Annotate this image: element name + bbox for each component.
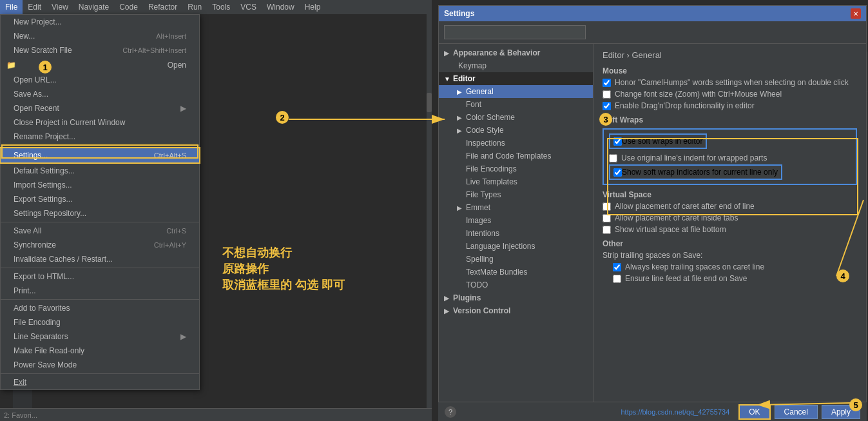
tree-inspections[interactable]: Inspections: [439, 137, 593, 150]
font-zoom-checkbox[interactable]: [603, 90, 611, 99]
menu-run[interactable]: Run: [182, 0, 207, 14]
tree-emmet[interactable]: ▶ Emmet: [439, 201, 593, 214]
settings-footer: ? https://blog.csdn.net/qq_42755734 OK C…: [438, 402, 867, 421]
settings-titlebar: Settings ✕: [439, 6, 866, 21]
menu-export-html[interactable]: Export to HTML...: [1, 269, 199, 284]
menu-save-all[interactable]: Save All Ctrl+S: [1, 224, 199, 238]
menu-new[interactable]: New... Alt+Insert: [1, 29, 199, 43]
menu-print[interactable]: Print...: [1, 284, 199, 298]
menu-code[interactable]: Code: [114, 0, 143, 14]
menu-synchronize[interactable]: Synchronize Ctrl+Alt+Y: [1, 238, 199, 252]
menu-vcs[interactable]: VCS: [235, 0, 262, 14]
settings-search-area: [439, 21, 866, 44]
tree-live-templates[interactable]: Live Templates: [439, 175, 593, 188]
settings-tree: ▶ Appearance & Behavior Keymap ▼ Editor …: [439, 44, 593, 407]
separator-3: [1, 268, 199, 268]
menu-rename-project[interactable]: Rename Project...: [1, 130, 199, 144]
close-button[interactable]: ✕: [851, 8, 861, 19]
separator-4: [1, 299, 199, 300]
menu-file-encoding[interactable]: File Encoding: [1, 315, 199, 329]
caret-end-checkbox[interactable]: [603, 202, 611, 211]
separator-1: [1, 145, 199, 146]
tree-language-injections[interactable]: Language Injections: [439, 240, 593, 253]
menu-close-project[interactable]: Close Project in Current Window: [1, 115, 199, 130]
tree-intentions[interactable]: Intentions: [439, 227, 593, 240]
settings-breadcrumb: Editor › General: [603, 50, 857, 60]
cancel-button[interactable]: Cancel: [775, 405, 818, 419]
original-indent-checkbox[interactable]: [609, 154, 617, 162]
tree-keymap[interactable]: Keymap: [439, 59, 593, 72]
virtual-space-bottom-checkbox[interactable]: [603, 226, 611, 234]
menu-invalidate-caches[interactable]: Invalidate Caches / Restart...: [1, 252, 199, 266]
menu-tools[interactable]: Tools: [207, 0, 235, 14]
menu-open-recent[interactable]: Open Recent ▶: [1, 101, 199, 115]
menu-save-as[interactable]: Save As...: [1, 87, 199, 101]
tree-code-style[interactable]: ▶ Code Style: [439, 124, 593, 137]
menu-new-scratch[interactable]: New Scratch File Ctrl+Alt+Shift+Insert: [1, 43, 199, 57]
status-bar: 2: Favori...: [0, 408, 432, 421]
keep-trailing-checkbox[interactable]: [613, 263, 621, 271]
folder-icon: 📁: [6, 60, 16, 70]
menu-new-project[interactable]: New Project...: [1, 15, 199, 29]
virtual-space-section-title: Virtual Space: [603, 190, 857, 199]
ok-button[interactable]: OK: [738, 404, 770, 420]
menu-window[interactable]: Window: [262, 0, 300, 14]
checkbox-camel-humps: Honor "CamelHumps" words settings when s…: [603, 78, 857, 87]
menu-default-settings[interactable]: Default Settings...: [1, 164, 199, 178]
caret-tabs-checkbox[interactable]: [603, 214, 611, 222]
tree-file-code-templates[interactable]: File and Code Templates: [439, 150, 593, 162]
show-wrap-indicators-checkbox[interactable]: [613, 168, 622, 177]
settings-content: Editor › General Mouse Honor "CamelHumps…: [593, 44, 866, 407]
blog-url: https://blog.csdn.net/qq_42755734: [621, 408, 729, 416]
tree-appearance[interactable]: ▶ Appearance & Behavior: [439, 46, 593, 59]
tree-font[interactable]: Font: [439, 98, 593, 111]
tree-spelling[interactable]: Spelling: [439, 253, 593, 266]
menu-help[interactable]: Help: [300, 0, 326, 14]
menu-edit[interactable]: Edit: [23, 0, 46, 14]
annotation-5: 5: [849, 398, 862, 411]
help-button[interactable]: ?: [445, 406, 456, 418]
use-soft-wraps-checkbox[interactable]: [613, 137, 622, 146]
menu-file[interactable]: File: [0, 0, 23, 14]
menu-add-favorites[interactable]: Add to Favorites: [1, 301, 199, 315]
checkbox-dnd: Enable Drag'n'Drop functionality in edit…: [603, 101, 857, 110]
menu-make-read-only[interactable]: Make File Read-only: [1, 344, 199, 358]
favorites-status: 2: Favori...: [4, 411, 37, 419]
menu-power-save[interactable]: Power Save Mode: [1, 358, 199, 372]
tree-textmate[interactable]: TextMate Bundles: [439, 266, 593, 279]
menu-exit[interactable]: Exit: [1, 375, 199, 389]
dnd-checkbox[interactable]: [603, 102, 611, 110]
tree-file-encodings[interactable]: File Encodings: [439, 162, 593, 175]
menu-view[interactable]: View: [46, 0, 73, 14]
tree-general[interactable]: ▶ General: [439, 85, 593, 98]
mouse-section-title: Mouse: [603, 66, 857, 75]
camel-humps-checkbox[interactable]: [603, 79, 611, 87]
tree-version-control[interactable]: ▶ Version Control: [439, 304, 593, 317]
menu-settings[interactable]: Settings... Ctrl+Alt+S: [0, 147, 200, 164]
tree-plugins[interactable]: ▶ Plugins: [439, 291, 593, 304]
vertical-scrollbar[interactable]: [427, 14, 432, 408]
tree-images[interactable]: Images: [439, 214, 593, 227]
menu-open-url[interactable]: Open URL...: [1, 73, 199, 87]
show-wrap-indicators-box: Show soft wrap indicators for current li…: [609, 164, 782, 180]
menu-export-settings[interactable]: Export Settings...: [1, 192, 199, 206]
tree-color-scheme[interactable]: ▶ Color Scheme: [439, 111, 593, 124]
menu-import-settings[interactable]: Import Settings...: [1, 178, 199, 192]
line-feed-checkbox[interactable]: [613, 275, 621, 283]
tree-file-types[interactable]: File Types: [439, 188, 593, 201]
checkbox-font-zoom: Change font size (Zoom) with Ctrl+Mouse …: [603, 90, 857, 99]
menu-line-separators[interactable]: Line Separators ▶: [1, 329, 199, 344]
menu-open[interactable]: 📁 Open: [1, 57, 199, 73]
scrollbar-thumb: [427, 93, 432, 112]
menu-navigate[interactable]: Navigate: [73, 0, 114, 14]
settings-body: ▶ Appearance & Behavior Keymap ▼ Editor …: [439, 44, 866, 407]
menu-refactor[interactable]: Refactor: [143, 0, 182, 14]
tree-todo[interactable]: TODO: [439, 279, 593, 291]
checkbox-caret-tabs: Allow placement of caret inside tabs: [603, 213, 857, 222]
annotation-1: 1: [39, 61, 52, 73]
menu-settings-repo[interactable]: Settings Repository...: [1, 206, 199, 220]
settings-search-input[interactable]: [444, 25, 586, 39]
checkbox-caret-end: Allow placement of caret after end of li…: [603, 202, 857, 211]
tree-editor[interactable]: ▼ Editor: [439, 72, 593, 85]
strip-trailing-label: Strip trailing spaces on Save:: [603, 251, 857, 260]
